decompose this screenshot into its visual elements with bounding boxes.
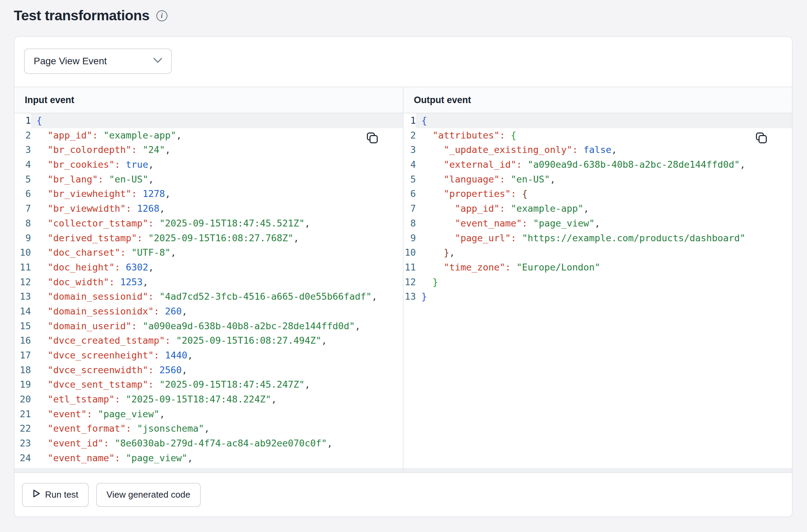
event-type-select-value: Page View Event: [34, 56, 107, 67]
code-line: 11 "time_zone": "Europe/London": [404, 260, 792, 275]
code-line: 6 "br_viewheight": 1278,: [14, 187, 403, 201]
line-number: 3: [14, 143, 31, 157]
line-number: 18: [14, 363, 31, 378]
input-event-header: Input event: [14, 87, 404, 113]
code-line: 12 }: [404, 275, 792, 290]
line-number: 5: [404, 172, 416, 187]
play-icon: [32, 489, 41, 500]
line-number: 24: [14, 451, 31, 466]
line-number: 2: [404, 128, 416, 143]
code-line: 9 "derived_tstamp": "2025-09-15T16:08:27…: [14, 231, 403, 246]
line-number: 7: [404, 201, 416, 216]
code-line: 3 "_update_existing_only": false,: [404, 143, 792, 157]
code-line: 10 "doc_charset": "UTF-8",: [14, 245, 403, 260]
copy-icon: [366, 140, 379, 145]
line-number: 15: [14, 319, 31, 334]
code-line: 1{: [14, 113, 403, 128]
footer: Run test View generated code: [14, 473, 792, 517]
line-number: 16: [14, 333, 31, 348]
code-line: 5 "br_lang": "en-US",: [14, 172, 403, 187]
code-line: 13}: [404, 289, 792, 304]
line-number: 1: [14, 113, 31, 128]
line-number: 1: [404, 113, 416, 128]
code-line: 17 "dvce_screenheight": 1440,: [14, 348, 403, 363]
test-transformations-card: Page View Event Input event Output event…: [14, 36, 793, 517]
line-number: 22: [14, 421, 31, 436]
horizontal-scrollbar[interactable]: [14, 468, 403, 472]
line-number: 3: [404, 143, 416, 157]
line-number: 13: [14, 289, 31, 304]
panel-headers: Input event Output event: [14, 87, 792, 113]
event-type-select[interactable]: Page View Event: [24, 48, 172, 74]
view-generated-code-button[interactable]: View generated code: [96, 483, 201, 507]
code-line: 2 "attributes": {: [404, 128, 792, 143]
line-number: 23: [14, 436, 31, 451]
input-code-lines: 1{2 "app_id": "example-app",3 "br_colord…: [14, 113, 403, 472]
copy-icon: [755, 140, 768, 145]
line-number: 2: [14, 128, 31, 143]
line-number: 10: [14, 245, 31, 260]
line-number: 17: [14, 348, 31, 363]
code-line: 20 "etl_tstamp": "2025-09-15T18:47:48.22…: [14, 392, 403, 407]
page-title: Test transformations: [14, 8, 150, 24]
code-line: 13 "domain_sessionid": "4ad7cd52-3fcb-45…: [14, 289, 403, 304]
line-number: 10: [404, 245, 416, 260]
line-number: 12: [14, 275, 31, 290]
code-line: 2 "app_id": "example-app",: [14, 128, 403, 143]
code-line: 6 "properties": {: [404, 187, 792, 201]
copy-output-button[interactable]: [755, 131, 768, 144]
line-number: 4: [14, 157, 31, 172]
line-number: 8: [404, 216, 416, 231]
output-code-lines: 1{2 "attributes": {3 "_update_existing_o…: [404, 113, 792, 304]
line-number: 21: [14, 407, 31, 422]
code-line: 14 "domain_sessionidx": 260,: [14, 304, 403, 319]
code-line: 15 "domain_userid": "a090ea9d-638b-40b8-…: [14, 319, 403, 334]
line-number: 11: [14, 260, 31, 275]
line-number: 14: [14, 304, 31, 319]
page-title-row: Test transformations i: [14, 8, 167, 24]
code-line: 1{: [404, 113, 792, 128]
code-line: 12 "doc_width": 1253,: [14, 275, 403, 290]
page: Test transformations i Page View Event I…: [0, 0, 807, 532]
code-line: 19 "dvce_sent_tstamp": "2025-09-15T18:47…: [14, 377, 403, 392]
toolbar: Page View Event: [14, 37, 792, 87]
run-test-label: Run test: [45, 489, 78, 500]
input-code-editor[interactable]: 1{2 "app_id": "example-app",3 "br_colord…: [14, 113, 404, 472]
line-number: 13: [404, 289, 416, 304]
code-line: 4 "external_id": "a090ea9d-638b-40b8-a2b…: [404, 157, 792, 172]
line-number: 19: [14, 377, 31, 392]
line-number: 8: [14, 216, 31, 231]
code-line: 11 "doc_height": 6302,: [14, 260, 403, 275]
code-line: 8 "event_name": "page_view",: [404, 216, 792, 231]
line-number: 12: [404, 275, 416, 290]
view-generated-code-label: View generated code: [107, 489, 190, 500]
chevron-down-icon: [153, 58, 162, 65]
code-line: 18 "dvce_screenwidth": 2560,: [14, 363, 403, 378]
code-line: 8 "collector_tstamp": "2025-09-15T18:47:…: [14, 216, 403, 231]
horizontal-scrollbar[interactable]: [404, 468, 792, 472]
line-number: 20: [14, 392, 31, 407]
code-line: 3 "br_colordepth": "24",: [14, 143, 403, 157]
line-number: 6: [404, 187, 416, 201]
line-number: 7: [14, 201, 31, 216]
line-number: 11: [404, 260, 416, 275]
line-number: 9: [404, 231, 416, 246]
code-panels: 1{2 "app_id": "example-app",3 "br_colord…: [14, 113, 792, 473]
output-code-viewer[interactable]: 1{2 "attributes": {3 "_update_existing_o…: [404, 113, 792, 472]
line-number: 5: [14, 172, 31, 187]
line-number: 9: [14, 231, 31, 246]
code-line: 24 "event_name": "page_view",: [14, 451, 403, 466]
copy-input-button[interactable]: [366, 131, 379, 144]
code-line: 22 "event_format": "jsonschema",: [14, 421, 403, 436]
line-number: 6: [14, 187, 31, 201]
line-number: 4: [404, 157, 416, 172]
info-icon[interactable]: i: [156, 10, 167, 21]
code-line: 10 },: [404, 245, 792, 260]
code-line: 5 "language": "en-US",: [404, 172, 792, 187]
code-line: 7 "br_viewwidth": 1268,: [14, 201, 403, 216]
run-test-button[interactable]: Run test: [22, 483, 89, 507]
code-line: 4 "br_cookies": true,: [14, 157, 403, 172]
code-line: 23 "event_id": "8e6030ab-279d-4f74-ac84-…: [14, 436, 403, 451]
code-line: 9 "page_url": "https://example.com/produ…: [404, 231, 792, 246]
code-line: 21 "event": "page_view",: [14, 407, 403, 422]
